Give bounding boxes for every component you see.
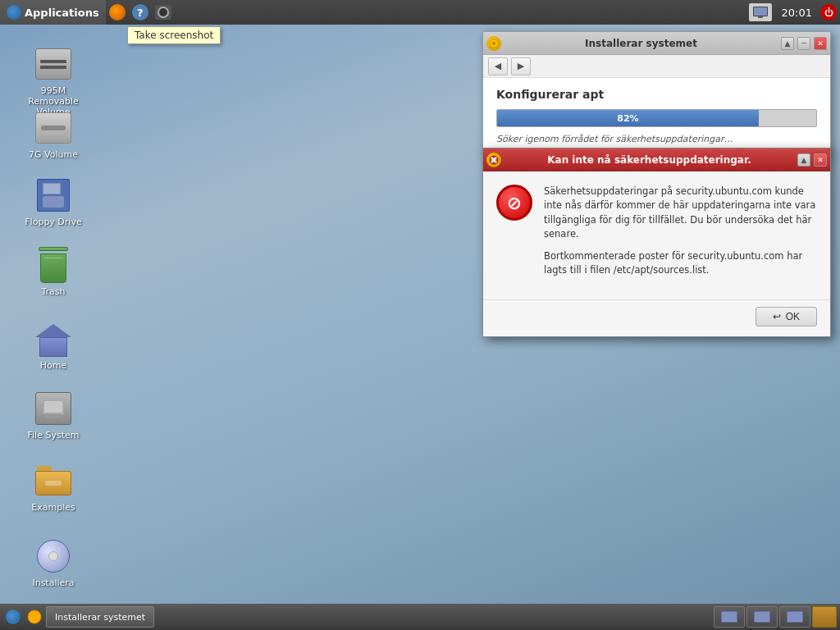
trash-label: Trash [41,286,65,297]
taskbar-window-btn-1[interactable] [714,606,745,628]
svg-rect-5 [46,416,61,418]
applications-label: Applications [25,7,99,19]
svg-rect-1 [754,7,767,16]
error-icon-container: ⊘ [496,185,532,286]
volume-label: 7G Volume [29,149,78,160]
installer-scroll-up-btn[interactable]: ▲ [781,37,794,50]
installer-window: Installerar systemet ▲ ─ ✕ ◀ ▶ Konfigure… [482,31,831,155]
apps-menu-icon [7,5,21,20]
desktop-icon-volume[interactable]: 7G Volume [16,105,90,163]
taskbar-window-icon-3 [787,611,803,623]
desktop-icon-examples[interactable]: Examples [16,458,90,516]
taskbar-folder-btn[interactable] [812,606,837,628]
floppy-icon [34,176,73,215]
installer-titlebar[interactable]: Installerar systemet ▲ ─ ✕ [483,32,830,55]
desktop-icon-home[interactable]: Home [16,316,90,374]
installer-window-title: Installerar systemet [504,38,778,49]
error-dialog: Kan inte nå säkerhetsuppdateringar. ▲ ✕ … [482,148,831,337]
examples-label: Examples [31,502,75,513]
installer-forward-btn[interactable]: ▶ [511,57,531,75]
taskbar-apps-icon[interactable] [3,607,23,627]
examples-icon [34,461,73,500]
taskbar: Installerar systemet [0,604,840,630]
home-label: Home [40,360,66,371]
error-window-icon [486,153,501,167]
installer-content: Konfigurerar apt 82% Söker igenom förråd… [483,78,830,154]
volume-icon [34,108,73,148]
installer-toolbar: ◀ ▶ [483,55,830,78]
ok-button[interactable]: ↩ OK [756,307,817,326]
removable-icon [34,44,73,84]
installera-label: Installera [32,578,74,588]
clock: 20:01 [774,7,820,19]
desktop-icon-filesystem[interactable]: File System [16,386,90,444]
progress-bar-fill: 82% [497,110,759,126]
taskbar-window-icon-2 [754,611,770,623]
taskbar-window-icon-1 [721,611,737,623]
error-scroll-up-btn[interactable]: ▲ [797,153,810,167]
ok-icon: ↩ [773,311,781,322]
desktop-icon-installera[interactable]: Installera [16,533,90,591]
taskbar-window-btn-2[interactable] [746,606,778,628]
filesystem-label: File System [28,430,80,441]
desktop-icon-floppy[interactable]: Floppy Drive [16,172,90,231]
error-stop-icon: ⊘ [496,185,532,221]
taskbar-right [714,606,837,628]
camera-icon [155,5,171,20]
help-icon: ? [132,4,148,21]
error-text-content: Säkerhetsuppdateringar på security.ubunt… [544,185,817,286]
installer-close-btn[interactable]: ✕ [814,37,827,50]
filesystem-icon [34,389,73,428]
screenshot-tooltip: Take screenshot [127,26,221,44]
installer-status-text: Söker igenom förrådet för säkerhetsuppda… [496,134,817,144]
error-dialog-title: Kan inte nå säkerhetsuppdateringar. [504,154,794,166]
floppy-label: Floppy Drive [25,217,81,227]
error-content: ⊘ Säkerhetsuppdateringar på security.ubu… [483,171,830,299]
installer-minimize-btn[interactable]: ─ [797,37,810,50]
top-panel-right: 20:01 ⏻ [747,0,840,25]
ok-label: OK [786,311,800,322]
firefox-icon [109,4,126,21]
taskbar-installer-icon [25,607,44,627]
display-icon [749,3,772,21]
tooltip-text: Take screenshot [135,30,213,41]
taskbar-window-btn-3[interactable] [779,606,810,628]
desktop-icon-trash[interactable]: Trash [16,242,90,300]
home-icon [34,319,73,358]
taskbar-installer-btn[interactable]: Installerar systemet [46,606,154,628]
svg-rect-4 [44,401,62,413]
taskbar-apps-icon-img [6,609,21,624]
trash-icon [34,245,73,285]
error-message-2: Bortkommenterade poster för security.ubu… [544,249,817,278]
applications-menu[interactable]: Applications [0,0,106,25]
screenshot-launcher[interactable] [153,2,173,22]
installera-icon [34,536,73,576]
error-buttons: ↩ OK [483,299,830,336]
error-titlebar[interactable]: Kan inte nå säkerhetsuppdateringar. ▲ ✕ [483,148,830,171]
error-message-1: Säkerhetsuppdateringar på security.ubunt… [544,185,817,241]
installer-back-btn[interactable]: ◀ [488,57,508,75]
installer-window-icon [486,36,501,51]
progress-bar-container: 82% [496,109,817,127]
firefox-launcher[interactable] [107,2,127,22]
error-close-btn[interactable]: ✕ [814,153,827,167]
installer-section-title: Konfigurerar apt [496,88,817,101]
svg-rect-2 [758,16,763,18]
help-launcher[interactable]: ? [130,2,150,22]
top-panel: Applications ? 20:01 ⏻ [0,0,840,25]
progress-label: 82% [617,113,638,124]
power-icon[interactable]: ⏻ [820,4,837,21]
svg-point-10 [28,610,41,623]
taskbar-installer-label: Installerar systemet [55,612,145,623]
